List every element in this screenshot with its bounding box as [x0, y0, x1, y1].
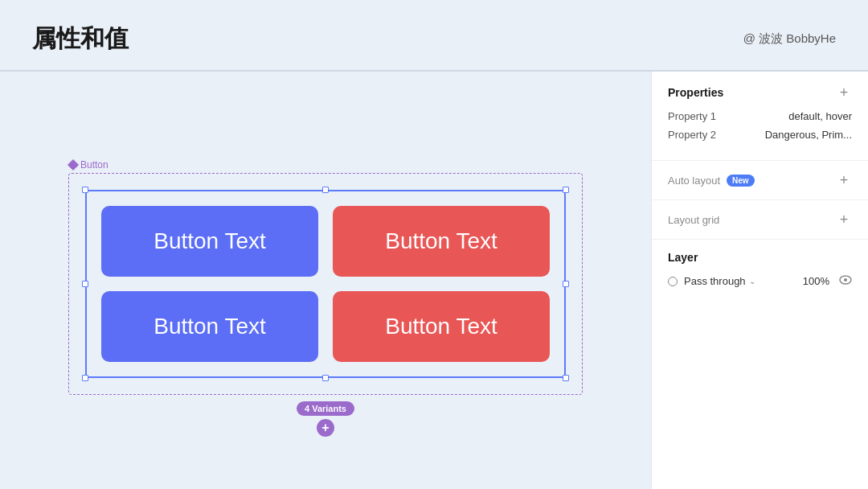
button-1[interactable]: Button Text — [101, 206, 318, 277]
layer-circle-icon — [668, 277, 678, 286]
auto-layout-header: Auto layout New + — [668, 172, 852, 188]
button-1-text: Button Text — [154, 228, 266, 254]
svg-point-1 — [844, 278, 847, 281]
property-2-label: Property 2 — [668, 129, 716, 141]
handle-tl[interactable] — [82, 187, 88, 193]
property-1-row: Property 1 default, hover — [668, 110, 852, 122]
property-2-row: Property 2 Dangerous, Prim... — [668, 129, 852, 141]
page-title: 属性和值 — [32, 23, 129, 55]
layout-grid-label: Layout grid — [668, 214, 719, 226]
layer-section: Layer Pass through ⌄ 100% — [652, 240, 868, 300]
component-icon — [68, 159, 79, 171]
auto-layout-section: Auto layout New + — [652, 161, 868, 200]
auto-layout-left: Auto layout New — [668, 175, 755, 187]
user-info: @ 波波 BobbyHe — [743, 31, 836, 47]
new-badge: New — [727, 175, 755, 187]
inner-frame: Button Text Button Text Button Text Butt… — [85, 190, 566, 378]
chevron-down-icon: ⌄ — [749, 277, 755, 286]
eye-icon[interactable] — [839, 273, 852, 289]
handle-tr[interactable] — [563, 187, 569, 193]
layer-mode[interactable]: Pass through ⌄ — [684, 275, 755, 287]
layout-grid-section: Layout grid + — [652, 200, 868, 240]
button-2[interactable]: Button Text — [333, 206, 550, 277]
canvas-area: Button Button Text Button Text — [0, 72, 651, 489]
component-name: Button — [80, 159, 108, 171]
properties-add-button[interactable]: + — [836, 84, 852, 101]
button-4[interactable]: Button Text — [333, 291, 550, 362]
handle-tm[interactable] — [322, 187, 329, 193]
component-label: Button — [69, 159, 108, 171]
button-2-text: Button Text — [385, 228, 497, 254]
variants-badge-wrapper: 4 Variants + — [297, 401, 354, 437]
layer-left: Pass through ⌄ — [668, 275, 755, 287]
layout-grid-header: Layout grid + — [668, 212, 852, 228]
component-frame: Button Button Text Button Text — [68, 173, 583, 395]
handle-bm[interactable] — [322, 375, 329, 381]
handle-rm[interactable] — [563, 281, 569, 287]
layer-row: Pass through ⌄ 100% — [668, 273, 852, 289]
right-panel: Properties + Property 1 default, hover P… — [651, 72, 868, 489]
layout-grid-add-button[interactable]: + — [836, 212, 852, 228]
layer-mode-text: Pass through — [684, 275, 746, 287]
properties-header: Properties + — [668, 84, 852, 101]
variants-badge: 4 Variants — [297, 401, 354, 416]
button-3[interactable]: Button Text — [101, 291, 318, 362]
handle-br[interactable] — [563, 375, 569, 381]
auto-layout-add-button[interactable]: + — [836, 172, 852, 188]
property-1-label: Property 1 — [668, 110, 716, 122]
properties-section: Properties + Property 1 default, hover P… — [652, 72, 868, 161]
properties-title: Properties — [668, 86, 723, 99]
layer-right: 100% — [803, 273, 852, 289]
auto-layout-label: Auto layout — [668, 175, 720, 187]
layer-section-title: Layer — [668, 251, 852, 264]
property-1-value: default, hover — [788, 110, 852, 122]
handle-bl[interactable] — [82, 375, 88, 381]
inner-frame-wrapper: Button Text Button Text Button Text Butt… — [85, 190, 566, 378]
button-3-text: Button Text — [154, 314, 266, 339]
main-content: Button Button Text Button Text — [0, 72, 868, 489]
header: 属性和值 @ 波波 BobbyHe — [0, 0, 868, 71]
handle-lm[interactable] — [82, 281, 88, 287]
layer-opacity: 100% — [803, 275, 829, 287]
property-2-value: Dangerous, Prim... — [765, 129, 852, 141]
variants-plus-button[interactable]: + — [317, 419, 334, 437]
button-4-text: Button Text — [385, 314, 497, 339]
